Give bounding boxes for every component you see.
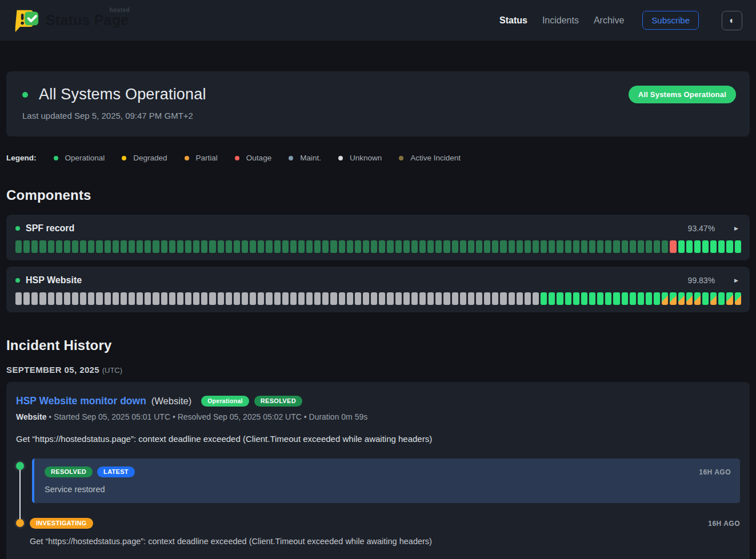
uptime-bar (153, 292, 159, 305)
uptime-bar (565, 240, 571, 253)
incident-date-heading: SEPTEMBER 05, 2025 (UTC) (6, 365, 750, 375)
uptime-bar (250, 240, 256, 253)
update-message: Get “https://hostedstatus.page”: context… (30, 537, 740, 546)
uptime-bar (395, 292, 402, 305)
uptime-bar (460, 240, 466, 253)
legend-item-operational: Operational (54, 154, 105, 162)
uptime-bar (702, 240, 709, 253)
component-uptime-percent: 93.47% (688, 224, 715, 233)
nav-incidents[interactable]: Incidents (542, 15, 579, 26)
uptime-bar (250, 292, 256, 305)
uptime-bar (185, 292, 191, 305)
component-status-dot-icon (15, 278, 20, 283)
uptime-bar (177, 292, 183, 305)
theme-toggle-button[interactable]: ◐ (722, 11, 742, 30)
uptime-bar (492, 292, 498, 305)
main-nav: Status Incidents Archive Subscribe ◐ (499, 11, 742, 30)
uptime-bar (468, 292, 474, 305)
uptime-bar (597, 240, 603, 253)
uptime-bar (435, 292, 442, 305)
uptime-bar (234, 240, 240, 253)
nav-status[interactable]: Status (499, 15, 527, 26)
incident-status-badge: Operational (201, 396, 249, 407)
uptime-bar (541, 292, 547, 305)
uptime-bar (573, 240, 579, 253)
uptime-bar (500, 292, 506, 305)
brand-logo[interactable]: Status Page hosted (14, 7, 129, 34)
expand-arrow-icon[interactable]: ▶ (734, 226, 738, 231)
timeline-update-latest: RESOLVED LATEST 16H AGO Service restored (16, 459, 740, 503)
uptime-bar (137, 292, 143, 305)
uptime-bar (153, 240, 159, 253)
uptime-bar (581, 240, 587, 253)
incident-history-title: Incident History (6, 337, 750, 353)
uptime-bar (96, 240, 102, 253)
component-card-hsp-website: HSP Website 99.83% ▶ (6, 267, 750, 312)
uptime-bar (735, 240, 741, 253)
uptime-bar (113, 292, 119, 305)
legend-item-label: Outage (246, 154, 271, 162)
uptime-bar (557, 292, 563, 305)
uptime-bars (15, 240, 741, 253)
uptime-bar (48, 240, 54, 253)
theme-toggle-icon: ◐ (729, 15, 735, 25)
uptime-bar (492, 240, 498, 253)
uptime-bar (419, 292, 426, 305)
component-header[interactable]: HSP Website 99.83% ▶ (15, 275, 741, 285)
uptime-bar (710, 240, 717, 253)
uptime-bar (330, 240, 337, 253)
uptime-bar (468, 240, 474, 253)
component-header[interactable]: SPF record 93.47% ▶ (15, 223, 741, 234)
uptime-bar (710, 292, 717, 305)
nav-archive[interactable]: Archive (594, 15, 624, 26)
active-incident-dot-icon (399, 156, 403, 160)
uptime-bar (597, 292, 603, 305)
uptime-bar (347, 292, 353, 305)
status-banner: All Systems Operational Last updated Sep… (6, 71, 750, 136)
uptime-bar (638, 292, 644, 305)
component-card-spf-record: SPF record 93.47% ▶ (6, 215, 750, 260)
incident-component-suffix: (Website) (151, 396, 191, 407)
subscribe-button[interactable]: Subscribe (642, 11, 699, 30)
uptime-bar (525, 240, 531, 253)
component-name: SPF record (26, 223, 74, 234)
uptime-bar (226, 292, 232, 305)
uptime-bar (419, 240, 426, 253)
incident-date: SEPTEMBER 05, 2025 (6, 365, 99, 375)
uptime-bar (129, 292, 135, 305)
status-dot-icon (22, 92, 28, 98)
uptime-bar (613, 292, 619, 305)
incident-state-badge: RESOLVED (254, 396, 302, 407)
uptime-bar (177, 240, 183, 253)
uptime-bar (452, 240, 458, 253)
uptime-bar (314, 292, 321, 305)
uptime-bar (274, 292, 281, 305)
uptime-bar (605, 240, 611, 253)
uptime-bar (298, 240, 305, 253)
uptime-bar (258, 292, 264, 305)
uptime-bar (622, 292, 628, 305)
uptime-bar (88, 292, 94, 305)
latest-badge: LATEST (97, 466, 135, 477)
uptime-bar (306, 240, 313, 253)
uptime-bar (23, 240, 30, 253)
uptime-bar (718, 240, 725, 253)
uptime-bar (726, 240, 733, 253)
uptime-bar (694, 240, 701, 253)
uptime-bar (549, 240, 555, 253)
uptime-bar (411, 292, 418, 305)
uptime-bar (541, 240, 547, 253)
maint-dot-icon (289, 156, 293, 160)
uptime-bar (31, 292, 38, 305)
uptime-bar (72, 292, 78, 305)
uptime-bar (23, 292, 30, 305)
uptime-bar (209, 292, 215, 305)
uptime-bar (452, 292, 458, 305)
legend-label: Legend: (6, 154, 37, 162)
incident-meta-component: Website (16, 412, 46, 421)
brand-superscript: hosted (110, 7, 130, 13)
uptime-bar (363, 240, 369, 253)
incident-title-link[interactable]: HSP Website monitor down (16, 395, 146, 407)
uptime-bar (266, 240, 272, 253)
expand-arrow-icon[interactable]: ▶ (734, 278, 738, 283)
